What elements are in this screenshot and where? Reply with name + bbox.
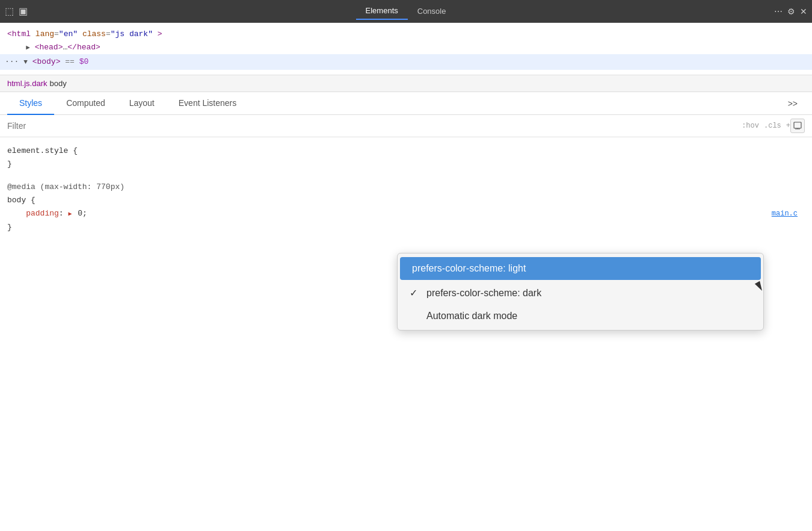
html-tag-body: <body> [32, 57, 61, 66]
tab-computed[interactable]: Computed [54, 92, 117, 115]
tab-more[interactable]: >> [781, 93, 805, 114]
element-style-close: } [7, 158, 805, 171]
dropdown-item-dark-label: prefers-color-scheme: dark [426, 288, 541, 299]
html-tag-head: <head> [35, 43, 63, 52]
svg-rect-0 [794, 122, 801, 128]
dropdown-item-dark[interactable]: ✓ prefers-color-scheme: dark [398, 281, 763, 305]
devtools-panel: ⬚ ▣ Elements Console ⋯ ⚙ ✕ <html lang="e… [0, 0, 812, 531]
top-bar-tabs: Elements Console [37, 2, 774, 20]
tab-elements[interactable]: Elements [356, 2, 408, 20]
more-icon[interactable]: ⋯ [774, 7, 783, 16]
media-rule: @media (max-width: 770px) body { padding… [7, 181, 805, 234]
media-selector: @media (max-width: 770px) [7, 181, 805, 194]
dropdown-item-light-label: prefers-color-scheme: light [412, 263, 526, 274]
breadcrumb-body[interactable]: body [49, 79, 66, 88]
no-check-space [410, 311, 422, 321]
html-tag-html: <html [7, 30, 31, 39]
top-bar-icons: ⬚ ▣ [5, 5, 28, 17]
tab-event-listeners[interactable]: Event Listeners [167, 92, 249, 115]
filter-add-text[interactable]: + [786, 122, 790, 130]
element-style-selector: element.style { [7, 144, 805, 158]
file-reference[interactable]: main.c [772, 207, 798, 220]
close-icon[interactable]: ✕ [800, 7, 807, 16]
dropdown-item-auto-label: Automatic dark mode [426, 311, 517, 321]
html-line-body[interactable]: ··· ▼ <body> == $0 [0, 54, 812, 70]
emulation-icon-button[interactable] [790, 119, 805, 133]
filter-cls-text: .cls [764, 122, 781, 130]
top-bar: ⬚ ▣ Elements Console ⋯ ⚙ ✕ [0, 0, 812, 23]
padding-property: padding: ▶ 0; main.c [7, 207, 805, 221]
media-close: } [7, 221, 805, 234]
css-content: element.style { } @media (max-width: 770… [0, 137, 812, 531]
html-tree: <html lang="en" class="js dark" > ▶ <hea… [0, 23, 812, 75]
dropdown-item-auto[interactable]: Automatic dark mode [398, 305, 763, 328]
element-style-rule: element.style { } [7, 144, 805, 171]
html-attr-class: class [82, 30, 106, 39]
filter-pseudo-text: :hov [742, 122, 759, 130]
filter-input[interactable] [7, 121, 742, 131]
body-selector: body { [7, 194, 805, 207]
tabs-row: Styles Computed Layout Event Listeners >… [0, 92, 812, 115]
breadcrumb-html[interactable]: html.js.dark [7, 79, 47, 88]
expand-head-icon[interactable]: ▶ [26, 44, 30, 51]
checkmark-icon: ✓ [410, 287, 422, 299]
tab-console[interactable]: Console [408, 3, 456, 19]
device-icon[interactable]: ▣ [19, 5, 28, 17]
dropdown-item-light[interactable]: prefers-color-scheme: light [400, 257, 761, 280]
top-bar-right: ⋯ ⚙ ✕ [774, 7, 807, 16]
html-line-2: ▶ <head>…</head> [7, 41, 805, 54]
expand-body-icon[interactable]: ▼ [23, 58, 28, 66]
html-attr-lang: lang [35, 30, 54, 39]
expand-value-icon[interactable]: ▶ [68, 211, 72, 217]
color-scheme-dropdown: prefers-color-scheme: light ✓ prefers-co… [397, 253, 764, 331]
html-line-1: <html lang="en" class="js dark" > [7, 28, 805, 41]
settings-icon[interactable]: ⚙ [787, 7, 795, 16]
inspect-icon[interactable]: ⬚ [5, 5, 14, 17]
filter-right: :hov .cls + [742, 122, 790, 130]
tab-styles[interactable]: Styles [7, 92, 54, 115]
breadcrumb: html.js.dark body [0, 75, 812, 92]
tab-layout[interactable]: Layout [117, 92, 167, 115]
filter-bar: :hov .cls + [0, 115, 812, 137]
